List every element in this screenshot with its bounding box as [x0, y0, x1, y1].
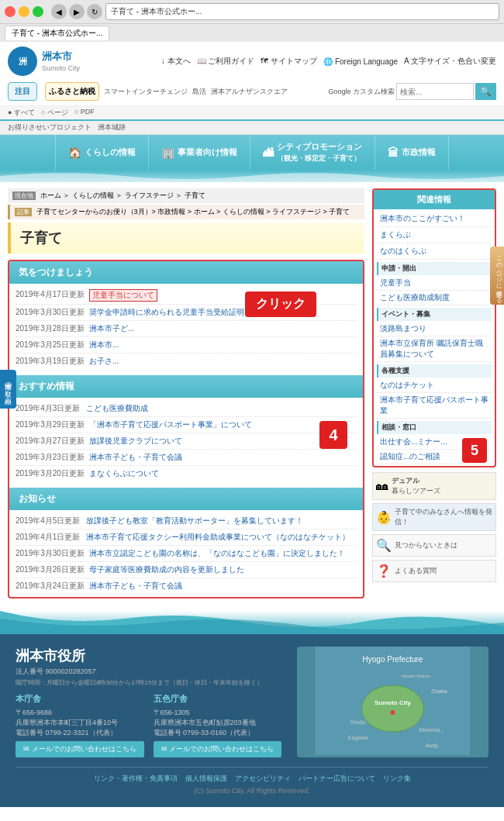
notice-item-5: 2019年3月24日更新 洲本市子ども・子育て会議 [16, 578, 357, 594]
branch-office-postal: 〒656-1305 [154, 707, 282, 718]
wave-decoration [0, 170, 504, 182]
nav-guide[interactable]: 📖 ご利用ガイド [197, 56, 255, 67]
svg-point-4 [362, 685, 424, 732]
svg-text:Shodo: Shodo [350, 719, 365, 725]
news-link-3[interactable]: 洲本市子ど... [89, 323, 134, 334]
shimakatsu[interactable]: 島活 [192, 87, 206, 97]
sidebar-link-2[interactable]: まくらぶ [377, 227, 492, 243]
sidebar-link-matsuri[interactable]: 淡路島まつり [377, 322, 492, 336]
footer-link-2[interactable]: 個人情報保護 [185, 774, 227, 784]
notice-link-3[interactable]: 洲本市立認定こども園の名称は、「なのはなこども園」に決定しました！ [89, 548, 345, 559]
browser-nav: ◀ ▶ ↻ [51, 4, 102, 19]
notice-link-2[interactable]: 洲本市子育て応援タクシー利用料金助成事業について（なのはなチケット） [86, 532, 350, 543]
search-page[interactable]: ○ ページ [41, 108, 68, 118]
nav-foreign[interactable]: 🌐 Foreign Language [323, 57, 398, 66]
sidebar-link-kodomo-iryo[interactable]: こども医療助成制度 [377, 291, 492, 305]
rec-link-2[interactable]: 「洲本市子育て応援パスポート事業」について [89, 419, 252, 430]
refresh-button[interactable]: ↻ [87, 4, 102, 19]
faq-icon: ❓ [376, 564, 392, 578]
rec-link-4[interactable]: 洲本市子ども・子育て会議 [89, 452, 182, 463]
arnazansq[interactable]: 洲本アルナザンスクエア [211, 87, 288, 97]
nav-kurashi-label: くらしの情報 [85, 147, 136, 158]
submenu-johoku[interactable]: 洲本城跡 [98, 122, 126, 133]
nav-kurashi[interactable]: 🏠 くらしの情報 [55, 135, 149, 170]
info-banner-icon: 👶 [376, 510, 392, 525]
tab-bar: 子育て - 洲本市公式ホー... [0, 24, 504, 42]
svg-text:Minamia...: Minamia... [419, 727, 444, 733]
sidebar-link-3[interactable]: なのはくらぶ [377, 243, 492, 260]
related-label: 記事 [15, 208, 32, 216]
site-header: 洲 洲本市 Sumoto City ↓ 本文へ 📖 ご利用ガイド 🗺 サイトマッ… [0, 42, 504, 121]
footer-link-4[interactable]: パートナー広告について [299, 774, 375, 784]
branch-office-email-btn[interactable]: ✉ メールでのお問い合わせはこちら [154, 741, 282, 757]
header-nav: ↓ 本文へ 📖 ご利用ガイド 🗺 サイトマップ 🌐 Foreign Langua… [88, 56, 496, 67]
footer-link-5[interactable]: リンク集 [383, 774, 411, 784]
search-button[interactable]: 🔍 [475, 83, 496, 100]
notice-title: お知らせ [19, 493, 56, 504]
main-office-email-label: メールでのお問い合わせはこちら [32, 745, 136, 753]
news-link-4[interactable]: 洲本市... [89, 340, 119, 350]
recommend-title: おすすめ情報 [19, 381, 74, 392]
footer-link-1[interactable]: リンク・著作権・免責事項 [94, 774, 178, 784]
smart-ic[interactable]: スマートインターチェンジ [104, 87, 188, 97]
dual-banner[interactable]: 🏘 デュアル 暮らしツアーズ [372, 472, 496, 500]
branch-office-title: 五色庁舎 [154, 693, 282, 705]
news-date-2: 2019年3月30日更新 [16, 307, 85, 318]
svg-text:洲: 洲 [19, 57, 27, 66]
rec-link-1[interactable]: こども医療費助成 [86, 403, 148, 414]
rec-link-5[interactable]: まなくらぶについて [89, 468, 159, 479]
sidebar-link-hoiku[interactable]: 洲本市立保育所 嘱託保育士職員募集について [377, 336, 492, 362]
faq-banner[interactable]: ❓ よくある質問 [372, 560, 496, 582]
find-banner[interactable]: 🔍 見つからないときは [372, 534, 496, 557]
rec-item-1: 2019年4月3日更新 こども医療費助成 [16, 401, 357, 416]
nav-honbun[interactable]: ↓ 本文へ [161, 56, 191, 67]
rec-item-3: 2019年3月27日更新 放課後児童クラブについて [16, 433, 357, 449]
footer-logo: 洲本市役所 [16, 647, 281, 665]
browser-maximize-btn[interactable] [33, 6, 43, 17]
footer-wave [0, 611, 504, 634]
sidebar-link-ticket[interactable]: なのはチケット [377, 378, 492, 393]
address-bar[interactable]: 子育て - 洲本市公式ホー... [105, 3, 499, 20]
nav-jigyosha[interactable]: 🏢 事業者向け情報 [149, 135, 250, 170]
furusato-label: ふるさと納税 [49, 86, 95, 97]
submenu-otoku[interactable]: お得りさせいプロジェクト [8, 122, 91, 133]
footer-link-3[interactable]: アクセシビリティ [235, 774, 291, 784]
breadcrumb-path: ホーム ＞ くらしの情報 ＞ ライフステージ ＞ 子育て [40, 191, 205, 199]
news-link-5[interactable]: お子さ... [89, 356, 119, 367]
sidebar-links: 洲本市のここがすごい！ まくらぶ なのはくらぶ 申請・開出 児童手当 こども医療… [374, 209, 495, 466]
main-navigation: 🏠 くらしの情報 🏢 事業者向け情報 🏙 シティプロモーション（観光・移定定・子… [0, 135, 504, 170]
faq-banner-text: よくある質問 [395, 566, 437, 576]
search-pdf[interactable]: ○ PDF [74, 108, 95, 118]
nav-fontsize[interactable]: A 文字サイズ・色合い変更 [404, 56, 496, 67]
nav-city-promo-label: シティプロモーション（観光・移定定・子育て） [277, 141, 362, 164]
info-banner[interactable]: 👶 子育て中のみなさんへ情報を発信！ [372, 503, 496, 531]
search-all[interactable]: ● すべて [8, 108, 35, 118]
nav-city-promo[interactable]: 🏙 シティプロモーション（観光・移定定・子育て） [250, 135, 375, 170]
forward-button[interactable]: ▶ [69, 4, 85, 19]
footer-office-name: 洲本市役所 [16, 648, 85, 664]
right-strip[interactable]: このページに特定する [490, 247, 504, 305]
dual-banner-label: デュアル [392, 476, 440, 486]
notice-link-4[interactable]: 母子家庭等医療費助成の内容を更新しました [89, 564, 244, 575]
notice-link-5[interactable]: 洲本市子ども・子育て会議 [89, 581, 182, 592]
main-office-phone: 電話番号 0799-22-3321（代表） [16, 728, 144, 738]
sidebar-link-1[interactable]: 洲本市のここがすごい！ [377, 211, 492, 227]
nav-sitemap[interactable]: 🗺 サイトマップ [261, 56, 317, 67]
notice-link-1[interactable]: 放課後子ども教室「教育活動サポーター」を募集しています！ [86, 516, 303, 526]
search-input[interactable] [396, 83, 474, 100]
furusato-section[interactable]: ふるさと納税 [45, 82, 99, 101]
sidebar-link-passport[interactable]: 洲本市子育て応援パスポート事業 [377, 393, 492, 419]
main-office-email-btn[interactable]: ✉ メールでのお問い合わせはこちら [16, 741, 144, 757]
side-action-button[interactable]: 洲本市の取り組み [0, 370, 16, 409]
news-link-highlight[interactable]: 児童手当について [89, 289, 157, 302]
nav-shisei[interactable]: 🏛 市政情報 [375, 135, 449, 170]
back-button[interactable]: ◀ [51, 4, 67, 19]
notice-item-4: 2019年3月26日更新 母子家庭等医療費助成の内容を更新しました [16, 561, 357, 578]
recommend-header: おすすめ情報 [9, 375, 363, 398]
browser-minimize-btn[interactable] [19, 6, 29, 17]
rec-link-3[interactable]: 放課後児童クラブについて [89, 436, 182, 447]
sidebar-link-jidohand[interactable]: 児童手当 [377, 276, 492, 291]
browser-close-btn[interactable] [5, 6, 16, 17]
active-tab[interactable]: 子育て - 洲本市公式ホー... [5, 26, 109, 40]
sidebar-section-support: 各種支援 [377, 364, 492, 378]
